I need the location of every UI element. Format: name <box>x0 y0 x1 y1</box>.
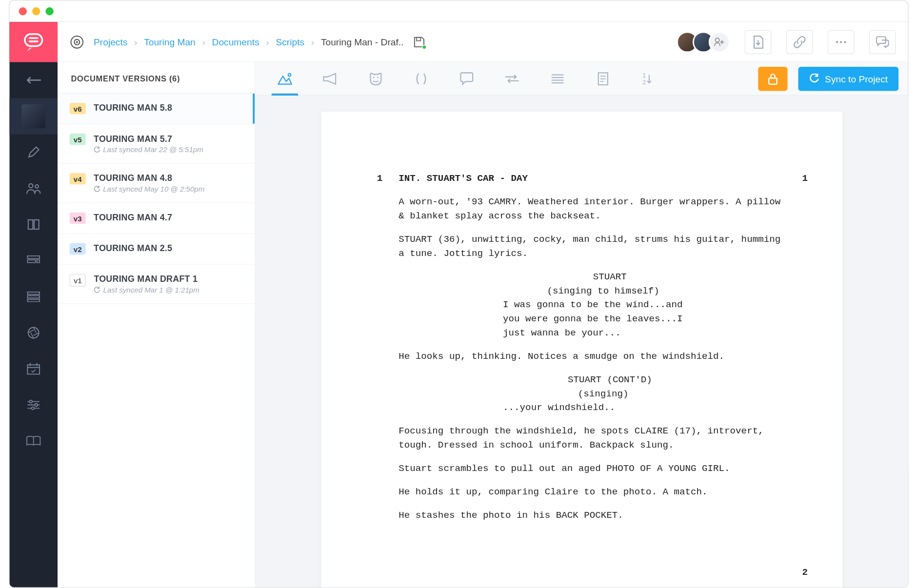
rail-book-icon[interactable] <box>9 423 58 459</box>
version-item[interactable]: v2TOURING MAN 2.5 <box>58 234 255 265</box>
svg-rect-0 <box>25 34 42 46</box>
version-item[interactable]: v3TOURING MAN 4.7 <box>58 203 255 234</box>
tool-dialogue-icon[interactable] <box>446 62 486 96</box>
window-minimize-button[interactable] <box>32 7 40 15</box>
tool-parenthetical-icon[interactable] <box>401 62 441 96</box>
breadcrumb-scripts[interactable]: Scripts <box>276 37 304 47</box>
document-toolbar: 12 Sync to Project <box>255 62 908 96</box>
project-thumbnail-image <box>21 104 45 128</box>
version-title: TOURING MAN 5.8 <box>94 103 172 113</box>
tool-scenes-icon[interactable] <box>265 62 305 96</box>
version-title: TOURING MAN 5.7 <box>94 134 203 144</box>
version-item[interactable]: v4TOURING MAN 4.8 Last synced May 10 @ 2… <box>58 164 255 203</box>
action-line: He stashes the photo in his BACK POCKET. <box>399 509 781 523</box>
rail-list-icon[interactable] <box>9 278 58 314</box>
svg-point-29 <box>715 38 719 41</box>
action-line: A worn-out, '93 CAMRY. Weathered interio… <box>399 195 781 223</box>
svg-point-27 <box>76 41 78 43</box>
share-link-button[interactable] <box>786 30 813 54</box>
version-badge: v3 <box>69 213 85 224</box>
add-collaborator-button[interactable] <box>709 31 730 53</box>
svg-rect-9 <box>37 260 39 262</box>
rail-people-icon[interactable] <box>9 170 58 206</box>
svg-point-21 <box>35 404 37 406</box>
chevron-right-icon: › <box>134 37 137 47</box>
rail-columns-icon[interactable] <box>9 206 58 242</box>
save-status-dot <box>421 44 426 49</box>
rail-calendar-icon[interactable] <box>9 351 58 387</box>
sidebar-header: DOCUMENT VERSIONS (6) <box>58 62 255 93</box>
svg-point-37 <box>377 77 379 78</box>
chevron-right-icon: › <box>266 37 269 47</box>
app-logo[interactable] <box>9 22 58 62</box>
version-title: TOURING MAN 4.7 <box>94 213 172 223</box>
rail-back-button[interactable] <box>9 62 58 98</box>
svg-text:2: 2 <box>642 78 646 85</box>
version-item[interactable]: v5TOURING MAN 5.7 Last synced Mar 22 @ 5… <box>58 124 255 164</box>
script-page: 1 INT. STUART'S CAR - DAY 1 A worn-out, … <box>321 112 842 588</box>
tool-megaphone-icon[interactable] <box>310 62 350 96</box>
character-cue: STUART <box>399 270 781 284</box>
target-icon[interactable] <box>69 35 84 49</box>
tool-transition-icon[interactable] <box>492 62 532 96</box>
breadcrumb: Projects › Touring Man › Documents › Scr… <box>94 37 403 47</box>
action-line: He looks up, thinking. Notices a smudge … <box>399 350 781 364</box>
save-status-icon[interactable] <box>413 36 425 48</box>
tool-note-icon[interactable] <box>583 62 623 96</box>
action-line: Focusing through the windshield, he spot… <box>399 424 781 452</box>
sync-to-project-button[interactable]: Sync to Project <box>798 66 898 90</box>
window-maximize-button[interactable] <box>45 7 53 15</box>
version-last-synced: Last synced Mar 22 @ 5:51pm <box>94 146 203 154</box>
breadcrumb-current: Touring Man - Draf.. <box>321 37 404 47</box>
export-pdf-button[interactable] <box>745 30 772 54</box>
rail-aperture-icon[interactable] <box>9 314 58 351</box>
tool-numbering-icon[interactable]: 12 <box>628 62 668 96</box>
svg-rect-7 <box>27 256 40 258</box>
collaborator-avatars <box>682 31 730 53</box>
tool-mask-icon[interactable] <box>356 62 396 96</box>
lock-button[interactable] <box>758 66 787 90</box>
dialogue: I was gonna to be the wind...and you wer… <box>476 298 703 340</box>
action-line: STUART (36), unwitting, cocky, man child… <box>399 233 781 261</box>
chevron-right-icon: › <box>202 37 205 47</box>
sync-button-label: Sync to Project <box>825 73 888 84</box>
parenthetical: (singing to himself) <box>399 284 781 298</box>
rail-breakdown-icon[interactable] <box>9 242 58 278</box>
comments-button[interactable] <box>869 30 896 54</box>
left-rail <box>9 22 58 587</box>
svg-rect-5 <box>28 220 33 229</box>
svg-point-13 <box>28 328 39 338</box>
svg-rect-48 <box>769 78 777 84</box>
topbar: Projects › Touring Man › Documents › Scr… <box>58 22 908 62</box>
version-item[interactable]: v1TOURING MAN DRAFT 1 Last synced Mar 1 … <box>58 265 255 304</box>
document-stage[interactable]: 1 INT. STUART'S CAR - DAY 1 A worn-out, … <box>255 96 908 588</box>
svg-point-19 <box>29 400 32 403</box>
scene-number-left: 1 <box>356 172 382 186</box>
breadcrumb-documents[interactable]: Documents <box>212 37 259 47</box>
svg-point-36 <box>373 77 375 78</box>
more-options-button[interactable] <box>827 30 854 54</box>
rail-edit-icon[interactable] <box>9 134 58 170</box>
version-badge: v2 <box>69 243 85 255</box>
window-close-button[interactable] <box>19 7 26 15</box>
tool-justify-icon[interactable] <box>538 62 578 96</box>
breadcrumb-project[interactable]: Touring Man <box>144 37 196 47</box>
version-item[interactable]: v6TOURING MAN 5.8 <box>58 94 255 124</box>
version-badge: v1 <box>69 274 85 287</box>
svg-rect-6 <box>34 220 39 229</box>
chevron-right-icon: › <box>311 37 314 47</box>
version-badge: v6 <box>69 103 85 114</box>
svg-rect-8 <box>27 260 35 262</box>
breadcrumb-projects[interactable]: Projects <box>94 37 127 47</box>
svg-rect-14 <box>27 365 40 374</box>
versions-sidebar: DOCUMENT VERSIONS (6) v6TOURING MAN 5.8v… <box>58 62 256 587</box>
scene-heading: INT. STUART'S CAR - DAY <box>399 172 781 186</box>
svg-rect-11 <box>27 295 40 298</box>
version-badge: v5 <box>69 134 85 145</box>
parenthetical: (singing) <box>399 387 781 401</box>
rail-sliders-icon[interactable] <box>9 387 58 423</box>
version-title: TOURING MAN 4.8 <box>94 173 204 183</box>
dialogue: ...your windshield.. <box>476 401 703 415</box>
svg-point-34 <box>844 40 846 42</box>
rail-project-thumbnail[interactable] <box>9 98 58 134</box>
